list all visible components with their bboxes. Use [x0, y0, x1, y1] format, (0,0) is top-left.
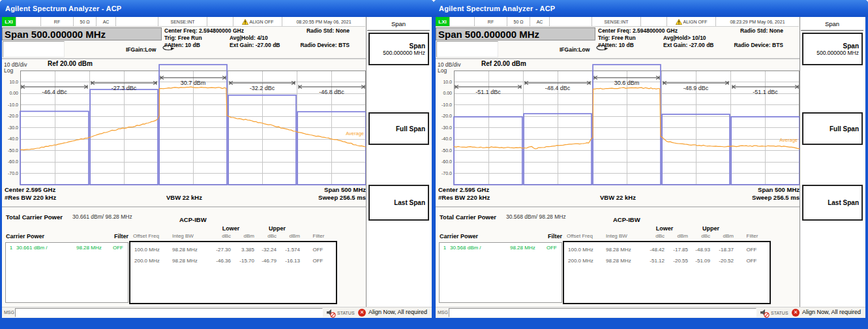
acp-col-header: Offset Freq: [563, 233, 602, 239]
window-titlebar[interactable]: Agilent Spectrum Analyzer - ACP: [434, 0, 868, 17]
span-readout: Span 500.000000 MHz: [2, 27, 162, 40]
y-axis-tick: -20.0: [436, 114, 452, 118]
status-bar: MSG STATUS ✕ Align Now, All required: [436, 307, 865, 318]
softkey-full-span[interactable]: Full Span: [368, 112, 429, 145]
acp-col-header: Filter: [734, 233, 771, 239]
window-titlebar[interactable]: Agilent Spectrum Analyzer - ACP: [0, 0, 434, 17]
y-axis-tick: -60.0: [2, 159, 18, 164]
softkey-last-span-label: Last Span: [394, 199, 425, 206]
total-carrier-power-label: Total Carrier Power: [6, 213, 63, 221]
acp-col-header: dBc: [207, 233, 231, 239]
window-title: Agilent Spectrum Analyzer - ACP: [5, 5, 121, 12]
error-icon: ✕: [792, 309, 800, 317]
span-footer: Span 500 MHz: [758, 186, 800, 193]
analyzer-window: Agilent Spectrum Analyzer - ACP LXI RF 5…: [434, 0, 868, 329]
atten-readout: #Atten: 10 dB: [598, 42, 634, 48]
acp-cell: -15.70: [231, 255, 254, 266]
acp-col-header: dBm: [665, 233, 688, 239]
region-measurement-label: 30.7 dBm: [181, 80, 206, 86]
acp-col-header: Integ BW: [168, 233, 207, 239]
screen: Agilent Spectrum Analyzer - ACP LXI RF 5…: [0, 0, 868, 329]
results-divider: [436, 206, 800, 208]
softkey-full-span[interactable]: Full Span: [802, 112, 863, 145]
acp-cell: -32.24: [254, 244, 277, 255]
acp-cell: 98.28 MHz: [168, 244, 207, 255]
filter-header: Filter: [533, 233, 562, 240]
status-cell-blank: [16, 17, 41, 26]
center-freq-footer: Center 2.595 GHz: [438, 186, 489, 193]
if-gain-label: IFGain:Low: [560, 46, 590, 53]
acp-column-headers: Offset FreqInteg BWdBcdBmdBcdBmFilter: [563, 233, 771, 239]
y-axis-tick: -50.0: [2, 148, 18, 153]
acp-cell: -27.30: [207, 244, 231, 255]
vbw-footer: VBW 22 kHz: [166, 194, 202, 201]
menu-title: Span: [801, 18, 863, 31]
acp-cell: -20.52: [710, 255, 734, 266]
header-divider: [2, 58, 366, 59]
speaker-muted-icon: [326, 308, 336, 318]
y-axis-tick: -10.0: [2, 102, 18, 107]
coupling-status: AC: [97, 17, 116, 26]
res-bw-footer: #Res BW 220 kHz: [438, 194, 490, 201]
msg-label: MSG: [4, 310, 14, 315]
acp-col-header: dBm: [710, 233, 734, 239]
softkey-last-span[interactable]: Last Span: [368, 185, 429, 221]
ext-gain-readout: Ext Gain: -27.00 dB: [663, 42, 713, 48]
softkey-full-span-label: Full Span: [830, 125, 859, 133]
lower-group-header: Lower: [641, 225, 688, 232]
acp-cell: 98.28 MHz: [602, 255, 641, 266]
total-carrier-power-value: 30.661 dBm/ 98.28 MHz: [72, 213, 132, 220]
span-footer: Span 500 MHz: [324, 186, 366, 193]
acp-cell: -18.37: [710, 244, 734, 255]
softkey-last-span-label: Last Span: [828, 199, 859, 206]
acp-col-header: dBc: [254, 233, 277, 239]
y-axis-tick: -30.0: [436, 125, 452, 130]
lower-group-header: Lower: [207, 225, 254, 232]
speaker-muted-icon: [760, 308, 770, 318]
status-cell-blank: [450, 17, 475, 26]
center-freq-footer: Center 2.595 GHz: [5, 186, 55, 193]
ext-gain-readout: Ext Gain: -27.00 dB: [230, 42, 280, 48]
results-divider: [2, 206, 366, 208]
y-axis-tick: 10.0: [2, 80, 18, 84]
status-label: STATUS: [337, 311, 355, 315]
acp-chart: Average-51.1 dBc-48.4 dBc30.6 dBm-48.9 d…: [454, 70, 800, 185]
acp-chart: Average-46.4 dBc-27.3 dBc30.7 dBm-32.2 d…: [20, 70, 366, 185]
region-measurement-label: -27.3 dBc: [112, 85, 137, 91]
total-carrier-power-value: 30.568 dBm/ 98.28 MHz: [506, 213, 566, 220]
softkey-span[interactable]: Span 500.000000 MHz: [802, 33, 863, 65]
softkey-last-span[interactable]: Last Span: [802, 185, 863, 221]
softkey-span-value: 500.000000 MHz: [816, 50, 859, 56]
carrier-power-header: Carrier Power: [440, 233, 478, 240]
acp-table: 100.0 MHz98.28 MHz-48.42-17.85-48.93-18.…: [563, 241, 771, 304]
sidebar: Span Span 500.000000 MHz Full Span Last …: [367, 17, 430, 307]
msg-label: MSG: [438, 310, 448, 315]
acp-col-header: dBc: [688, 233, 710, 239]
analyzer-window: Agilent Spectrum Analyzer - ACP LXI RF 5…: [0, 0, 434, 329]
acp-cell: -46.79: [254, 255, 277, 266]
carrier-index: 1: [6, 245, 16, 251]
acp-cell: -48.42: [641, 244, 665, 255]
region-measurement-label: -51.1 dBc: [753, 89, 778, 95]
acp-cell: OFF: [300, 244, 336, 255]
acp-cell: -20.55: [665, 255, 688, 266]
carrier-row: 1 30.568 dBm / 98.28 MHz OFF: [440, 243, 561, 251]
acp-cell: -1.574: [277, 244, 300, 255]
acp-cell: -46.36: [207, 255, 231, 266]
filter-header: Filter: [100, 233, 128, 240]
status-cell-blank: [116, 17, 158, 26]
status-cell-blank: [641, 17, 667, 26]
region-measurement-label: -46.4 dBc: [42, 89, 67, 95]
region-measurement-label: -32.2 dBc: [250, 85, 275, 91]
trig-readout: Trig: Free Run: [164, 35, 202, 41]
acp-cell: 200.0 MHz: [564, 255, 602, 266]
y-axis-tick: 0.00: [2, 91, 18, 95]
acp-cell: -16.13: [277, 255, 300, 266]
acp-col-header: Offset Freq: [129, 233, 168, 239]
y-axis: 10.00.00-10.0-20.0-30.0-40.0-50.0-60.0-7…: [2, 17, 19, 187]
y-axis: 10.00.00-10.0-20.0-30.0-40.0-50.0-60.0-7…: [436, 17, 453, 187]
status-cell-blank: [550, 17, 592, 26]
softkey-span[interactable]: Span 500.000000 MHz: [368, 33, 429, 65]
header-divider: [436, 58, 800, 59]
client-area: LXI RF 50 Ω AC SENSE:INT ALIGN OFF 08:20…: [2, 17, 432, 318]
